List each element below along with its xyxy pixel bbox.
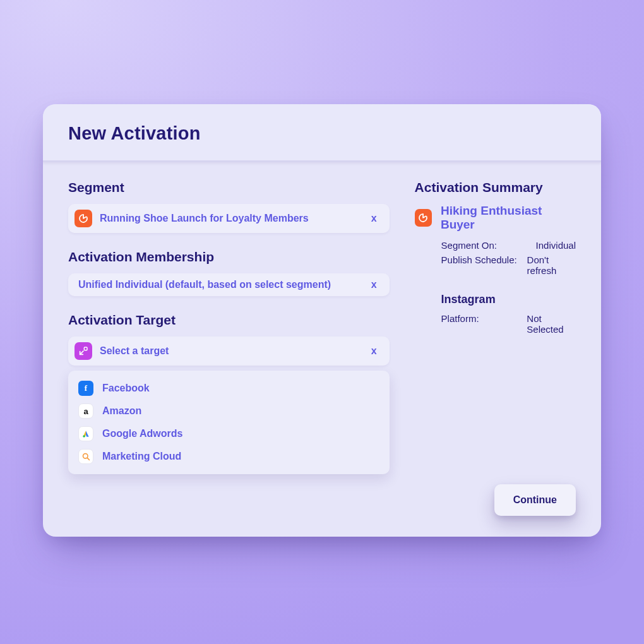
- summary-value: Individual: [536, 240, 576, 251]
- segment-selector[interactable]: Running Shoe Launch for Loyalty Members …: [68, 204, 390, 233]
- summary-value: Not Selected: [527, 313, 576, 335]
- amazon-icon: a: [78, 403, 93, 419]
- target-clear[interactable]: x: [369, 345, 379, 357]
- facebook-icon: f: [78, 381, 93, 396]
- target-dropdown: f Facebook a Amazon: [68, 371, 390, 474]
- activation-card: New Activation Segment Running Shoe Laun…: [43, 104, 601, 537]
- donut-chart-icon: [75, 210, 92, 227]
- membership-label: Activation Membership: [68, 249, 390, 265]
- segment-section: Segment Running Shoe Launch for Loyalty …: [68, 180, 390, 233]
- donut-chart-icon: [415, 209, 432, 227]
- summary-value: Don't refresh: [527, 254, 576, 276]
- membership-value: Unified Individual (default, based on se…: [78, 279, 369, 290]
- target-selector[interactable]: Select a target x: [68, 337, 390, 366]
- membership-selector[interactable]: Unified Individual (default, based on se…: [68, 273, 390, 296]
- target-section: Activation Target Select a target x: [68, 313, 390, 474]
- summary-column: Activation Summary Hiking Enthusiast Buy…: [415, 180, 576, 516]
- target-option-label: Google Adwords: [102, 428, 182, 439]
- summary-key: Publish Schedule:: [441, 254, 527, 276]
- google-adwords-icon: [78, 426, 93, 441]
- summary-label: Activation Summary: [415, 180, 576, 195]
- target-option-label: Amazon: [102, 405, 141, 417]
- continue-button[interactable]: Continue: [494, 484, 576, 516]
- segment-value: Running Shoe Launch for Loyalty Members: [100, 213, 369, 224]
- segment-label: Segment: [68, 180, 390, 195]
- form-column: Segment Running Shoe Launch for Loyalty …: [68, 180, 390, 516]
- membership-clear[interactable]: x: [369, 279, 379, 290]
- continue-label: Continue: [513, 494, 557, 505]
- segment-clear[interactable]: x: [369, 213, 379, 224]
- target-placeholder: Select a target: [100, 345, 369, 357]
- card-body: Segment Running Shoe Launch for Loyalty …: [43, 162, 601, 535]
- summary-key: Segment On:: [441, 240, 536, 251]
- summary-sub-kv-block: Platform: Not Selected: [441, 311, 576, 337]
- target-label: Activation Target: [68, 313, 390, 328]
- target-option-label: Marketing Cloud: [102, 451, 181, 462]
- target-option-google[interactable]: Google Adwords: [75, 422, 383, 445]
- target-option-marketing-cloud[interactable]: Marketing Cloud: [75, 445, 383, 468]
- card-header: New Activation: [43, 104, 601, 162]
- svg-point-1: [83, 435, 85, 438]
- summary-kv-block: Segment On: Individual Publish Schedule:…: [441, 238, 576, 278]
- summary-segment-name: Hiking Enthusiast Buyer: [441, 204, 576, 232]
- summary-row: Segment On: Individual: [441, 238, 576, 253]
- target-option-amazon[interactable]: a Amazon: [75, 400, 383, 422]
- marketing-cloud-icon: [78, 449, 93, 464]
- summary-row: Publish Schedule: Don't refresh: [441, 253, 576, 278]
- summary-title-row: Hiking Enthusiast Buyer: [415, 204, 576, 232]
- summary-row: Platform: Not Selected: [441, 311, 576, 337]
- target-option-label: Facebook: [102, 383, 150, 394]
- membership-section: Activation Membership Unified Individual…: [68, 249, 390, 296]
- summary-subtitle: Instagram: [441, 293, 576, 306]
- page-title: New Activation: [68, 123, 576, 144]
- svg-rect-0: [84, 347, 87, 350]
- summary-key: Platform:: [441, 313, 527, 335]
- target-option-facebook[interactable]: f Facebook: [75, 377, 383, 400]
- expand-arrow-icon: [75, 342, 92, 360]
